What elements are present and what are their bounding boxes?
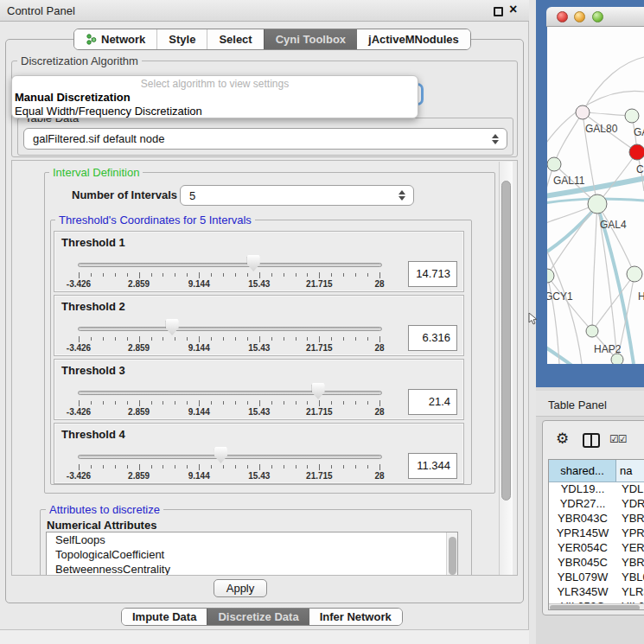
cell-shared-name[interactable]: YBR045C (549, 556, 616, 571)
cell-shared-name[interactable]: YBL079W (549, 571, 616, 585)
close-traffic-light-icon[interactable] (557, 11, 568, 22)
cell-name[interactable]: YLR3 (616, 585, 644, 600)
cell-name[interactable]: YBR0 (616, 512, 644, 526)
threshold-value-field[interactable]: 21.4 (408, 389, 457, 415)
table-horizontal-scrollbar[interactable] (549, 603, 644, 610)
right-lower-area: Table Panel ⚙ ☑☑ shared... na YDL19...YD… (536, 387, 644, 644)
table-row[interactable]: YBR045CYBR0 (549, 556, 644, 571)
cell-name[interactable]: YER0 (616, 541, 644, 556)
slider-track[interactable] (78, 391, 382, 395)
tab-impute-data[interactable]: Impute Data (122, 609, 207, 625)
slider-handle[interactable] (247, 255, 260, 271)
slider-handle[interactable] (166, 319, 179, 335)
attribute-list-item[interactable]: BetweennessCentrality (47, 562, 457, 576)
cell-shared-name[interactable]: YPR145W (549, 526, 616, 541)
algorithm-menu-item[interactable]: Manual Discretization (15, 91, 131, 105)
tab-style[interactable]: Style (156, 29, 207, 49)
algorithm-menu-item[interactable]: Equal Width/Frequency Discretization (15, 105, 202, 118)
slider-track[interactable] (78, 455, 382, 459)
slider-tick (319, 464, 320, 470)
table-row[interactable]: YPR145WYPR1 (549, 526, 644, 541)
node-hap2[interactable] (586, 325, 598, 337)
cell-shared-name[interactable]: YDR27... (549, 497, 616, 512)
threshold-panel-2: Threshold 2-3.4262.8599.14415.4321.71528… (54, 295, 464, 356)
numerical-attributes-list[interactable]: SelfLoopsTopologicalCoefficientBetweenne… (46, 532, 458, 576)
slider-tick (175, 273, 175, 277)
threshold-value-field[interactable]: 14.713 (408, 261, 457, 287)
tab-discretize-data[interactable]: Discretize Data (207, 609, 309, 625)
attributes-list-scrollbar[interactable] (446, 532, 457, 575)
cell-name[interactable]: YBL0 (616, 571, 644, 585)
node-label-h: H (638, 290, 644, 303)
slider-tick (355, 465, 356, 469)
gear-icon[interactable]: ⚙ (556, 430, 569, 448)
node-topright[interactable] (625, 109, 639, 123)
combo-spinner-icon[interactable] (492, 134, 499, 144)
slider-tick (296, 465, 296, 469)
tab-infer-network[interactable]: Infer Network (309, 609, 402, 625)
slider-handle[interactable] (312, 383, 325, 399)
slider-tick-label: 15.43 (248, 279, 270, 289)
node-label-ga: GA (634, 126, 644, 138)
slider-track[interactable] (78, 263, 382, 267)
column-header-name[interactable]: na (616, 460, 644, 481)
slider-tick (127, 273, 128, 277)
node-gal11[interactable] (547, 157, 561, 171)
table-row[interactable]: YBL079WYBL0 (549, 571, 644, 585)
node-gal80[interactable] (576, 105, 590, 119)
tab-network[interactable]: Network (74, 29, 156, 49)
attribute-list-item[interactable]: SelfLoops (47, 532, 457, 547)
table-data-combobox[interactable]: galFiltered.sif default node (23, 128, 507, 150)
slider-track[interactable] (78, 327, 382, 331)
slider-tick (343, 401, 344, 405)
tab-cyni-toolbox[interactable]: Cyni Toolbox (264, 29, 357, 49)
tab-select[interactable]: Select (207, 29, 263, 49)
attribute-list-item[interactable]: TopologicalCoefficient (47, 547, 457, 562)
apply-button[interactable]: Apply (214, 579, 267, 597)
network-window-titlebar[interactable] (546, 7, 644, 27)
node-right[interactable] (627, 266, 642, 282)
settings-panel-scrollbar[interactable] (499, 162, 513, 576)
slider-tick (331, 273, 332, 277)
table-row[interactable]: YDL19...YDL1 (549, 482, 644, 497)
table-row[interactable]: YBR043CYBR0 (549, 512, 644, 526)
node-gal4[interactable] (588, 194, 607, 214)
split-table-icon[interactable] (583, 433, 600, 448)
node-attribute-table[interactable]: shared... na YDL19...YDL1YDR27...YDR2YBR… (548, 459, 644, 610)
cell-shared-name[interactable]: YER054C (549, 541, 616, 556)
cell-name[interactable]: YPR1 (616, 526, 644, 541)
table-row[interactable]: YLR345WYLR3 (549, 585, 644, 600)
scrollbar-thumb[interactable] (449, 537, 456, 575)
slider-tick (296, 273, 296, 277)
select-columns-icon[interactable]: ☑☑ (609, 433, 627, 445)
close-icon[interactable]: × (509, 2, 517, 17)
network-view-canvas[interactable]: GAL80GACGAL11GAL4GCY1HHAP2 (547, 27, 644, 364)
cell-name[interactable]: YBR0 (616, 556, 644, 571)
number-of-intervals-combobox[interactable]: 5 (180, 185, 414, 206)
table-row[interactable]: YER054CYER0 (549, 541, 644, 556)
threshold-label: Threshold 3 (61, 364, 125, 377)
slider-tick (296, 401, 296, 405)
threshold-value-field[interactable]: 6.316 (408, 325, 457, 351)
threshold-value-field[interactable]: 11.344 (408, 453, 457, 479)
column-header-shared-name[interactable]: shared... (549, 460, 616, 481)
node-gcy1[interactable] (547, 269, 554, 283)
slider-handle[interactable] (214, 447, 227, 463)
slider-tick (284, 273, 284, 277)
slider-tick (247, 465, 248, 469)
combo-spinner-icon[interactable] (399, 190, 405, 201)
algorithm-hint-text: Select algorithm to view settings (12, 78, 418, 90)
node-red[interactable] (629, 144, 644, 160)
cell-shared-name[interactable]: YLR345W (549, 585, 616, 600)
cell-shared-name[interactable]: YDL19... (549, 482, 616, 497)
float-window-icon[interactable] (494, 7, 503, 16)
cell-shared-name[interactable]: YBR043C (549, 512, 616, 526)
algorithm-dropdown-popup: Select algorithm to view settings Manual… (11, 75, 418, 118)
scrollbar-thumb[interactable] (501, 181, 511, 501)
cell-name[interactable]: YDR2 (616, 497, 644, 512)
table-row[interactable]: YDR27...YDR2 (549, 497, 644, 512)
minimize-traffic-light-icon[interactable] (574, 11, 585, 22)
zoom-traffic-light-icon[interactable] (592, 11, 603, 22)
tab-jactivemnodules[interactable]: jActiveMNodules (357, 29, 470, 49)
cell-name[interactable]: YDL1 (616, 482, 644, 497)
